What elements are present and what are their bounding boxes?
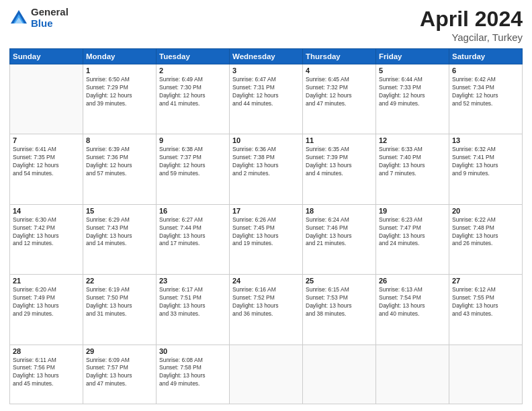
day-number: 17 [232, 207, 300, 215]
day-number: 23 [159, 277, 226, 285]
calendar-cell: 25Sunrise: 6:15 AMSunset: 7:53 PMDayligh… [303, 275, 376, 345]
calendar-week-1: 1Sunrise: 6:50 AMSunset: 7:29 PMDaylight… [10, 64, 523, 134]
day-number: 2 [159, 66, 226, 75]
day-info: Sunrise: 6:45 AMSunset: 7:32 PMDaylight:… [306, 76, 373, 108]
day-info: Sunrise: 6:15 AMSunset: 7:53 PMDaylight:… [306, 286, 373, 318]
day-number: 24 [232, 277, 300, 285]
day-number: 11 [306, 136, 373, 144]
day-info: Sunrise: 6:12 AMSunset: 7:55 PMDaylight:… [452, 286, 519, 318]
day-number: 10 [232, 136, 300, 144]
calendar-cell: 6Sunrise: 6:42 AMSunset: 7:34 PMDaylight… [449, 64, 523, 134]
day-number: 7 [13, 136, 80, 144]
calendar-table: SundayMondayTuesdayWednesdayThursdayFrid… [9, 48, 523, 404]
calendar-cell: 12Sunrise: 6:33 AMSunset: 7:40 PMDayligh… [376, 134, 449, 204]
day-info: Sunrise: 6:41 AMSunset: 7:35 PMDaylight:… [13, 146, 80, 178]
calendar-week-3: 14Sunrise: 6:30 AMSunset: 7:42 PMDayligh… [10, 204, 523, 274]
day-number: 5 [379, 66, 446, 75]
logo-text: General Blue [31, 7, 69, 29]
day-info: Sunrise: 6:32 AMSunset: 7:41 PMDaylight:… [452, 146, 519, 178]
calendar-cell: 22Sunrise: 6:19 AMSunset: 7:50 PMDayligh… [83, 275, 157, 345]
title-block: April 2024 Yagcilar, Turkey [420, 7, 523, 43]
day-info: Sunrise: 6:20 AMSunset: 7:49 PMDaylight:… [13, 286, 80, 318]
col-header-tuesday: Tuesday [157, 49, 230, 64]
day-number: 15 [86, 207, 153, 215]
day-number: 20 [452, 207, 519, 215]
day-info: Sunrise: 6:29 AMSunset: 7:43 PMDaylight:… [86, 216, 153, 248]
col-header-monday: Monday [83, 49, 157, 64]
calendar-cell [303, 345, 376, 404]
day-info: Sunrise: 6:09 AMSunset: 7:57 PMDaylight:… [86, 357, 153, 389]
calendar-cell: 27Sunrise: 6:12 AMSunset: 7:55 PMDayligh… [449, 275, 523, 345]
day-info: Sunrise: 6:30 AMSunset: 7:42 PMDaylight:… [13, 216, 80, 248]
day-info: Sunrise: 6:24 AMSunset: 7:46 PMDaylight:… [306, 216, 373, 248]
calendar-cell: 20Sunrise: 6:22 AMSunset: 7:48 PMDayligh… [449, 204, 523, 274]
day-info: Sunrise: 6:38 AMSunset: 7:37 PMDaylight:… [159, 146, 226, 178]
logo-general: General [31, 7, 69, 18]
calendar-cell: 5Sunrise: 6:44 AMSunset: 7:33 PMDaylight… [376, 64, 449, 134]
calendar-cell: 8Sunrise: 6:39 AMSunset: 7:36 PMDaylight… [83, 134, 157, 204]
calendar-cell: 13Sunrise: 6:32 AMSunset: 7:41 PMDayligh… [449, 134, 523, 204]
col-header-friday: Friday [376, 49, 449, 64]
day-number: 19 [379, 207, 446, 215]
logo-icon [9, 9, 28, 28]
col-header-saturday: Saturday [449, 49, 523, 64]
calendar-cell: 10Sunrise: 6:36 AMSunset: 7:38 PMDayligh… [230, 134, 303, 204]
day-info: Sunrise: 6:33 AMSunset: 7:40 PMDaylight:… [379, 146, 446, 178]
calendar-cell: 11Sunrise: 6:35 AMSunset: 7:39 PMDayligh… [303, 134, 376, 204]
day-info: Sunrise: 6:49 AMSunset: 7:30 PMDaylight:… [159, 76, 226, 108]
day-number: 26 [379, 277, 446, 285]
day-number: 16 [159, 207, 226, 215]
calendar-cell [449, 345, 523, 404]
calendar-cell: 4Sunrise: 6:45 AMSunset: 7:32 PMDaylight… [303, 64, 376, 134]
day-number: 6 [452, 66, 519, 75]
calendar-cell: 16Sunrise: 6:27 AMSunset: 7:44 PMDayligh… [157, 204, 230, 274]
day-info: Sunrise: 6:08 AMSunset: 7:58 PMDaylight:… [159, 357, 226, 389]
calendar-header-row: SundayMondayTuesdayWednesdayThursdayFrid… [10, 49, 523, 64]
day-info: Sunrise: 6:35 AMSunset: 7:39 PMDaylight:… [306, 146, 373, 178]
day-info: Sunrise: 6:47 AMSunset: 7:31 PMDaylight:… [232, 76, 300, 108]
calendar-cell: 3Sunrise: 6:47 AMSunset: 7:31 PMDaylight… [230, 64, 303, 134]
calendar-cell: 26Sunrise: 6:13 AMSunset: 7:54 PMDayligh… [376, 275, 449, 345]
calendar-cell: 1Sunrise: 6:50 AMSunset: 7:29 PMDaylight… [83, 64, 157, 134]
logo: General Blue [9, 7, 69, 29]
day-number: 13 [452, 136, 519, 144]
day-number: 12 [379, 136, 446, 144]
day-number: 14 [13, 207, 80, 215]
day-number: 4 [306, 66, 373, 75]
day-info: Sunrise: 6:16 AMSunset: 7:52 PMDaylight:… [232, 286, 300, 318]
day-number: 27 [452, 277, 519, 285]
day-number: 25 [306, 277, 373, 285]
day-number: 3 [232, 66, 300, 75]
day-number: 22 [86, 277, 153, 285]
day-number: 30 [159, 347, 226, 355]
calendar-cell: 24Sunrise: 6:16 AMSunset: 7:52 PMDayligh… [230, 275, 303, 345]
calendar-cell: 29Sunrise: 6:09 AMSunset: 7:57 PMDayligh… [83, 345, 157, 404]
calendar-cell: 14Sunrise: 6:30 AMSunset: 7:42 PMDayligh… [10, 204, 83, 274]
calendar-cell: 28Sunrise: 6:11 AMSunset: 7:56 PMDayligh… [10, 345, 83, 404]
calendar-cell: 30Sunrise: 6:08 AMSunset: 7:58 PMDayligh… [157, 345, 230, 404]
day-info: Sunrise: 6:42 AMSunset: 7:34 PMDaylight:… [452, 76, 519, 108]
day-info: Sunrise: 6:17 AMSunset: 7:51 PMDaylight:… [159, 286, 226, 318]
day-info: Sunrise: 6:11 AMSunset: 7:56 PMDaylight:… [13, 357, 80, 389]
calendar-cell [376, 345, 449, 404]
day-info: Sunrise: 6:50 AMSunset: 7:29 PMDaylight:… [86, 76, 153, 108]
calendar-cell: 9Sunrise: 6:38 AMSunset: 7:37 PMDaylight… [157, 134, 230, 204]
calendar-cell: 23Sunrise: 6:17 AMSunset: 7:51 PMDayligh… [157, 275, 230, 345]
day-number: 18 [306, 207, 373, 215]
day-number: 9 [159, 136, 226, 144]
col-header-thursday: Thursday [303, 49, 376, 64]
calendar-cell [10, 64, 83, 134]
calendar-week-4: 21Sunrise: 6:20 AMSunset: 7:49 PMDayligh… [10, 275, 523, 345]
day-info: Sunrise: 6:23 AMSunset: 7:47 PMDaylight:… [379, 216, 446, 248]
day-info: Sunrise: 6:13 AMSunset: 7:54 PMDaylight:… [379, 286, 446, 318]
day-number: 8 [86, 136, 153, 144]
calendar-cell [230, 345, 303, 404]
day-info: Sunrise: 6:22 AMSunset: 7:48 PMDaylight:… [452, 216, 519, 248]
day-info: Sunrise: 6:36 AMSunset: 7:38 PMDaylight:… [232, 146, 300, 178]
day-info: Sunrise: 6:26 AMSunset: 7:45 PMDaylight:… [232, 216, 300, 248]
col-header-wednesday: Wednesday [230, 49, 303, 64]
day-number: 21 [13, 277, 80, 285]
day-number: 29 [86, 347, 153, 355]
day-info: Sunrise: 6:39 AMSunset: 7:36 PMDaylight:… [86, 146, 153, 178]
day-info: Sunrise: 6:19 AMSunset: 7:50 PMDaylight:… [86, 286, 153, 318]
